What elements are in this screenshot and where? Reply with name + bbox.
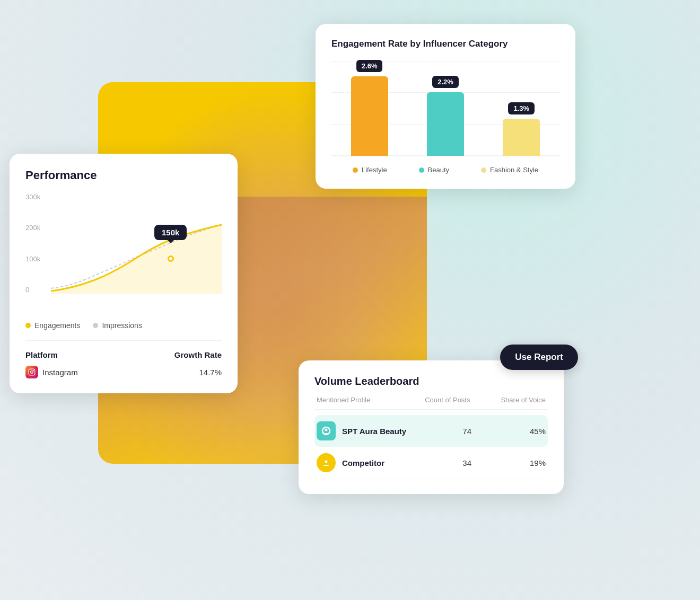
chart-tooltip: 150k [154, 225, 187, 240]
bar-lifestyle: 2.6% [351, 60, 388, 156]
count-1: 74 [435, 427, 500, 436]
col-platform: Platform [25, 350, 58, 359]
chart-legend: Engagements Impressions [25, 319, 222, 330]
share-2: 19% [500, 458, 546, 467]
leaderboard-row-2: Competitor 34 19% [314, 447, 548, 479]
profile-name-1: SPT Aura Beauty [342, 427, 435, 436]
legend-engagements: Engagements [25, 321, 80, 330]
svg-point-5 [325, 461, 328, 463]
lifestyle-dot [353, 167, 358, 173]
header-share: Share of Voice [480, 396, 546, 404]
leaderboard-divider [314, 409, 548, 410]
bar-label-fashion: 1.3% [508, 102, 535, 114]
avatar-competitor [317, 453, 336, 472]
use-report-button[interactable]: Use Report [500, 345, 578, 370]
bar-lifestyle-rect [351, 76, 388, 156]
chart-svg: 150k [51, 193, 222, 310]
engagement-card: Engagement Rate by Influencer Category 2… [316, 24, 575, 189]
chart-dot [168, 255, 174, 262]
avatar-spt [317, 421, 336, 440]
table-row: Instagram 14.7% [25, 366, 222, 378]
header-mentioned: Mentioned Profile [317, 396, 415, 404]
card-divider [25, 340, 222, 341]
col-growth: Growth Rate [174, 350, 222, 359]
bar-chart: 2.6% 2.2% 1.3% [331, 61, 559, 156]
fashion-label: Fashion & Style [490, 166, 538, 174]
chart-y-labels: 0 100k 200k 300k [25, 193, 48, 294]
header-count: Count of Posts [415, 396, 480, 404]
y-label-0: 0 [25, 286, 48, 294]
svg-point-1 [31, 371, 33, 374]
performance-card: Performance 0 100k 200k 300k 150k [10, 154, 238, 393]
svg-rect-0 [29, 369, 35, 375]
performance-title: Performance [25, 169, 222, 182]
engagement-label: Engagements [34, 321, 80, 330]
growth-rate-value: 14.7% [199, 368, 222, 377]
legend-fashion: Fashion & Style [481, 166, 538, 174]
bar-beauty: 2.2% [427, 76, 464, 156]
instagram-icon [25, 366, 38, 378]
impressions-label: Impressions [102, 321, 142, 330]
legend-lifestyle: Lifestyle [353, 166, 387, 174]
beauty-label: Beauty [428, 166, 449, 174]
svg-point-4 [325, 429, 328, 431]
bar-beauty-rect [427, 92, 464, 156]
lifestyle-label: Lifestyle [362, 166, 387, 174]
bar-fashion-rect [503, 119, 540, 156]
legend-beauty: Beauty [419, 166, 449, 174]
leaderboard-header: Mentioned Profile Count of Posts Share o… [314, 396, 548, 404]
share-1: 45% [500, 427, 546, 436]
y-label-200k: 200k [25, 224, 48, 232]
profile-name-2: Competitor [342, 458, 435, 467]
svg-point-2 [33, 370, 34, 371]
y-label-100k: 100k [25, 255, 48, 263]
engagement-dot [25, 323, 31, 328]
table-header: Platform Growth Rate [25, 350, 222, 359]
bar-label-beauty: 2.2% [432, 76, 459, 88]
bar-chart-legend: Lifestyle Beauty Fashion & Style [331, 166, 559, 174]
bar-label-lifestyle: 2.6% [356, 60, 383, 72]
performance-chart: 0 100k 200k 300k 150k [25, 193, 222, 310]
leaderboard-card: Volume Leaderboard Mentioned Profile Cou… [299, 360, 564, 494]
leaderboard-row-1: SPT Aura Beauty 74 45% [314, 415, 548, 447]
impressions-dot [93, 323, 98, 328]
count-2: 34 [435, 458, 500, 467]
y-label-300k: 300k [25, 193, 48, 201]
leaderboard-title: Volume Leaderboard [314, 375, 548, 387]
fashion-dot [481, 167, 486, 173]
platform-cell: Instagram [25, 366, 78, 378]
beauty-dot [419, 167, 424, 173]
platform-name: Instagram [42, 368, 78, 377]
engagement-title: Engagement Rate by Influencer Category [331, 39, 559, 49]
bar-fashion: 1.3% [503, 102, 540, 156]
legend-impressions: Impressions [93, 321, 142, 330]
